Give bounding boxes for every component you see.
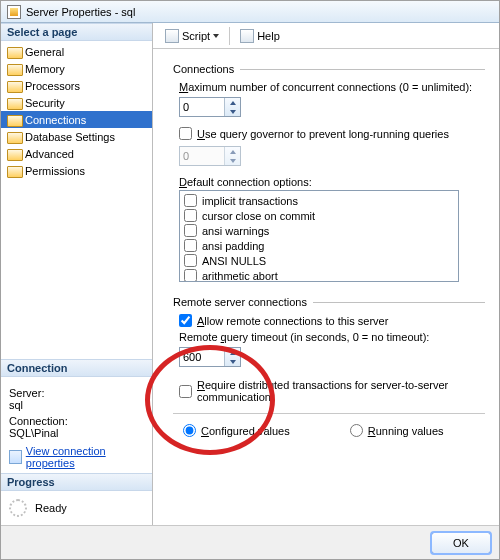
running-values-radio[interactable]: Running values [350,424,444,437]
group-label: Connections [173,63,234,75]
spinner-buttons[interactable] [224,147,240,165]
page-icon [7,131,21,143]
page-icon [7,80,21,92]
default-opts-label: Default connection options: [179,176,485,188]
left-panel: Select a page General Memory Processors … [1,23,153,525]
progress-head: Progress [1,473,152,491]
opt-checkbox[interactable] [184,224,197,237]
max-conn-input[interactable] [180,98,224,116]
opt-checkbox[interactable] [184,194,197,207]
opt-label: arithmetic abort [202,270,278,282]
sidebar-item-advanced[interactable]: Advanced [1,145,152,162]
window-icon [7,5,21,19]
require-dist-label: Require distributed transactions for ser… [197,379,485,403]
arrow-up-icon [230,351,236,355]
server-label: Server: [9,387,144,399]
values-mode-radio-group: Configured values Running values [183,424,485,437]
page-icon [7,63,21,75]
allow-remote-label: Allow remote connections to this server [197,315,388,327]
connections-group: Connections [173,63,485,75]
dialog-footer: OK [1,525,499,559]
sidebar-item-database-settings[interactable]: Database Settings [1,128,152,145]
window-title: Server Properties - sql [26,6,135,18]
max-conn-spinner[interactable] [179,97,241,117]
main-panel: Script Help Connections Maximum number o… [153,23,499,525]
divider [173,413,485,414]
arrow-down-icon [230,360,236,364]
chevron-down-icon [213,34,219,38]
remote-timeout-label: Remote query timeout (in seconds, 0 = no… [179,331,485,343]
arrow-up-icon [230,101,236,105]
remote-timeout-spinner[interactable] [179,347,241,367]
help-button[interactable]: Help [236,27,284,45]
remote-timeout-input[interactable] [180,348,224,366]
configured-values-radio[interactable]: Configured values [183,424,290,437]
help-label: Help [257,30,280,42]
page-icon [7,97,21,109]
opt-label: ansi warnings [202,225,269,237]
sidebar-item-security[interactable]: Security [1,94,152,111]
script-icon [165,29,179,43]
page-nav: General Memory Processors Security Conne… [1,41,152,187]
content-area: Connections Maximum number of concurrent… [153,49,499,525]
governor-spinner[interactable] [179,146,241,166]
connection-value: SQL\Pinal [9,427,144,439]
opt-label: ANSI NULLS [202,255,266,267]
server-value: sql [9,399,144,411]
connection-info: Server: sql Connection: SQL\Pinal View c… [1,377,152,473]
opt-checkbox[interactable] [184,269,197,282]
spinner-buttons[interactable] [224,98,240,116]
sidebar-item-permissions[interactable]: Permissions [1,162,152,179]
page-icon [7,148,21,160]
sidebar-item-processors[interactable]: Processors [1,77,152,94]
ok-button[interactable]: OK [431,532,491,554]
page-icon [7,46,21,58]
opt-label: implicit transactions [202,195,298,207]
script-button[interactable]: Script [161,27,223,45]
opt-label: ansi padding [202,240,264,252]
opt-label: cursor close on commit [202,210,315,222]
sidebar-item-label: Database Settings [25,131,115,143]
properties-icon [9,450,22,464]
sidebar-item-label: Permissions [25,165,85,177]
page-icon [7,165,21,177]
radio-label: Configured values [201,425,290,437]
link-label: View connection properties [26,445,144,469]
titlebar: Server Properties - sql [1,1,499,23]
arrow-down-icon [230,159,236,163]
sidebar-item-label: Security [25,97,65,109]
sidebar-item-general[interactable]: General [1,43,152,60]
connection-head: Connection [1,359,152,377]
sidebar-item-connections[interactable]: Connections [1,111,152,128]
group-label: Remote server connections [173,296,307,308]
radio-label: Running values [368,425,444,437]
toolbar: Script Help [153,23,499,49]
view-connection-properties-link[interactable]: View connection properties [9,445,144,469]
page-icon [7,114,21,126]
use-query-governor-checkbox[interactable] [179,127,192,140]
opt-checkbox[interactable] [184,254,197,267]
remote-group: Remote server connections [173,296,485,308]
progress-state: Ready [35,502,67,514]
sidebar-item-label: General [25,46,64,58]
select-page-head: Select a page [1,23,152,41]
sidebar-item-label: Advanced [25,148,74,160]
progress-spinner-icon [9,499,27,517]
sidebar-item-label: Memory [25,63,65,75]
toolbar-divider [229,27,230,45]
opt-checkbox[interactable] [184,239,197,252]
governor-input[interactable] [180,147,224,165]
opt-checkbox[interactable] [184,209,197,222]
max-conn-label: Maximum number of concurrent connections… [179,81,485,93]
sidebar-item-memory[interactable]: Memory [1,60,152,77]
spinner-buttons[interactable] [224,348,240,366]
sidebar-item-label: Connections [25,114,86,126]
sidebar-item-label: Processors [25,80,80,92]
script-label: Script [182,30,210,42]
default-options-list[interactable]: implicit transactions cursor close on co… [179,190,459,282]
allow-remote-checkbox[interactable] [179,314,192,327]
use-query-governor-label: Use query governor to prevent long-runni… [197,128,449,140]
arrow-up-icon [230,150,236,154]
arrow-down-icon [230,110,236,114]
require-dist-checkbox[interactable] [179,385,192,398]
